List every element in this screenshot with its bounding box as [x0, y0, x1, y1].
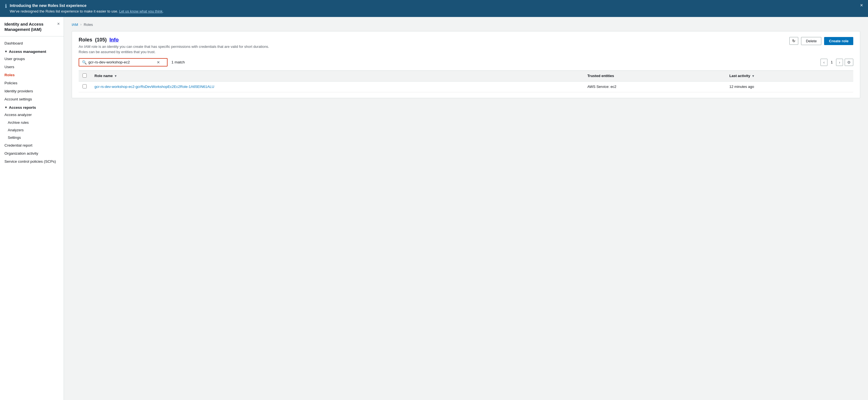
role-name-link[interactable]: gcr-rs-dev-workshop-ec2-gcrRsDevWorkshop…	[94, 85, 214, 89]
select-all-column	[79, 70, 91, 81]
roles-count: (105)	[95, 37, 107, 43]
search-match-count: 1 match	[172, 60, 185, 64]
sidebar-section-access-management[interactable]: ▼ Access management	[0, 47, 64, 55]
clear-search-icon[interactable]: ✕	[157, 60, 160, 64]
cell-trusted-entities: AWS Service: ec2	[584, 81, 725, 92]
panel-title-area: Roles (105) Info An IAM role is an ident…	[79, 37, 269, 55]
main-content: IAM › Roles Roles (105) Info An IAM r	[64, 17, 868, 400]
pagination-current-page: 1	[829, 60, 835, 64]
sidebar-item-users[interactable]: Users	[0, 63, 64, 71]
panel-actions: ↻ Delete Create role	[789, 37, 853, 45]
sidebar-item-user-groups[interactable]: User groups	[0, 55, 64, 63]
caret-down-icon: ▼	[4, 50, 7, 53]
breadcrumb-iam[interactable]: IAM	[72, 23, 78, 27]
sidebar-item-service-control-policies[interactable]: Service control policies (SCPs)	[0, 158, 64, 166]
sort-icon-role-name[interactable]: ▼	[114, 74, 117, 78]
sidebar-item-archive-rules[interactable]: Archive rules	[0, 119, 64, 126]
cell-role-name: gcr-rs-dev-workshop-ec2-gcrRsDevWorkshop…	[91, 81, 584, 92]
pagination: ‹ 1 › ⚙	[820, 59, 853, 66]
table-body: gcr-rs-dev-workshop-ec2-gcrRsDevWorkshop…	[79, 81, 853, 92]
sidebar-navigation: Dashboard ▼ Access management User group…	[0, 36, 64, 168]
info-icon: ℹ	[5, 3, 7, 9]
panel-desc-line2: Roles can be assumed by entities that yo…	[79, 49, 269, 55]
search-input-wrapper: 🔍 ✕	[79, 58, 167, 66]
sidebar-title: Identity and Access Management (IAM)	[4, 22, 57, 32]
pagination-settings-button[interactable]: ⚙	[845, 59, 853, 66]
caret-down-icon-reports: ▼	[4, 106, 7, 109]
sidebar-header: Identity and Access Management (IAM) ×	[0, 17, 64, 36]
search-input[interactable]	[88, 60, 155, 64]
row-checkbox-cell	[79, 81, 91, 92]
search-icon: 🔍	[82, 60, 87, 64]
delete-button[interactable]: Delete	[801, 37, 821, 45]
col-header-role-name: Role name ▼	[91, 70, 584, 81]
banner-close-button[interactable]: ×	[860, 3, 863, 8]
sidebar: Identity and Access Management (IAM) × D…	[0, 17, 64, 400]
sidebar-item-analyzers[interactable]: Analyzers	[0, 126, 64, 134]
row-checkbox[interactable]	[83, 84, 87, 88]
sidebar-item-roles[interactable]: Roles	[0, 71, 64, 79]
col-header-trusted-entities: Trusted entities	[584, 70, 725, 81]
panel-desc-line1: An IAM role is an identity you can creat…	[79, 44, 269, 50]
pagination-prev-button[interactable]: ‹	[820, 59, 828, 66]
banner-text: Introducing the new Roles list experienc…	[10, 3, 164, 14]
banner-body: We've redesigned the Roles list experien…	[10, 9, 164, 14]
breadcrumb: IAM › Roles	[72, 23, 860, 27]
app-container: ℹ Introducing the new Roles list experie…	[0, 0, 868, 400]
sidebar-section-access-reports[interactable]: ▼ Access reports	[0, 103, 64, 111]
create-role-button[interactable]: Create role	[824, 37, 853, 45]
main-layout: Identity and Access Management (IAM) × D…	[0, 17, 868, 400]
sidebar-close-button[interactable]: ×	[57, 22, 60, 26]
banner-content: ℹ Introducing the new Roles list experie…	[5, 3, 164, 14]
sidebar-item-credential-report[interactable]: Credential report	[0, 141, 64, 149]
breadcrumb-separator: ›	[80, 23, 82, 26]
select-all-checkbox[interactable]	[83, 74, 87, 78]
sidebar-item-identity-providers[interactable]: Identity providers	[0, 87, 64, 95]
sidebar-item-analyzer-settings[interactable]: Settings	[0, 134, 64, 141]
sidebar-item-policies[interactable]: Policies	[0, 79, 64, 87]
banner-title: Introducing the new Roles list experienc…	[10, 3, 164, 9]
roles-panel: Roles (105) Info An IAM role is an ident…	[72, 31, 860, 98]
sidebar-item-dashboard[interactable]: Dashboard	[0, 39, 64, 47]
table-header-row: Role name ▼ Trusted entities	[79, 70, 853, 81]
sort-icon-last-activity[interactable]: ▼	[751, 74, 755, 78]
panel-header: Roles (105) Info An IAM role is an ident…	[79, 37, 853, 55]
roles-title-text: Roles	[79, 37, 92, 43]
breadcrumb-roles: Roles	[84, 23, 93, 27]
col-header-last-activity: Last activity ▼	[725, 70, 853, 81]
panel-desc: An IAM role is an identity you can creat…	[79, 44, 269, 55]
search-bar: 🔍 ✕ 1 match ‹ 1 › ⚙	[79, 58, 853, 66]
refresh-button[interactable]: ↻	[789, 37, 798, 45]
cell-last-activity: 12 minutes ago	[725, 81, 853, 92]
panel-title: Roles (105) Info	[79, 37, 269, 43]
pagination-next-button[interactable]: ›	[836, 59, 843, 66]
sidebar-item-account-settings[interactable]: Account settings	[0, 95, 64, 103]
roles-info-link[interactable]: Info	[110, 37, 119, 43]
roles-table: Role name ▼ Trusted entities	[79, 70, 853, 92]
sidebar-item-organization-activity[interactable]: Organization activity	[0, 149, 64, 158]
banner-link[interactable]: Let us know what you think	[119, 9, 162, 13]
table-row: gcr-rs-dev-workshop-ec2-gcrRsDevWorkshop…	[79, 81, 853, 92]
info-banner: ℹ Introducing the new Roles list experie…	[0, 0, 868, 17]
sidebar-item-access-analyzer[interactable]: Access analyzer	[0, 111, 64, 119]
